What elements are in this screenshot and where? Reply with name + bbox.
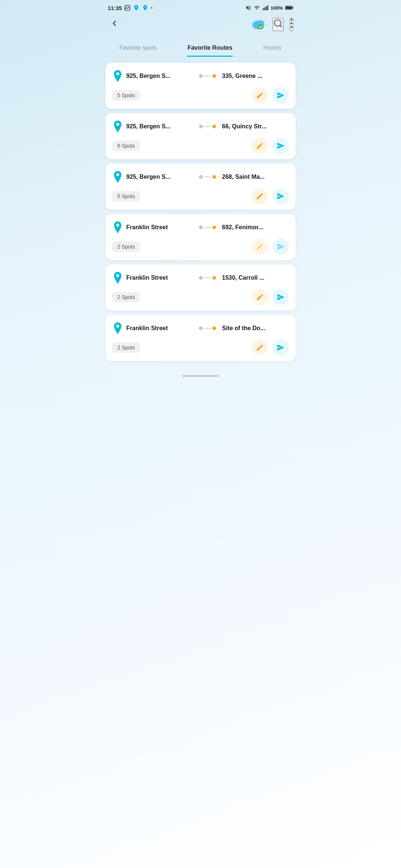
- route-from-label: Franklin Street: [126, 325, 193, 332]
- svg-point-20: [116, 173, 119, 176]
- dot-end: [212, 276, 216, 280]
- dot-start: [199, 175, 203, 179]
- edit-button[interactable]: [252, 339, 268, 356]
- cloud-sync-icon[interactable]: [250, 16, 267, 33]
- route-card: Franklin Street 1530, Carroll ... 2 Spot…: [105, 264, 296, 310]
- edit-button[interactable]: [252, 87, 268, 103]
- edit-button[interactable]: [252, 239, 268, 255]
- dot-line: [204, 177, 211, 177]
- route-card: 925, Bergen S... 66, Quincy Str... 8 Spo…: [105, 113, 296, 159]
- route-to-label: 335, Greene ...: [222, 73, 289, 79]
- route-footer: 2 Spots: [112, 239, 289, 255]
- dot-start: [199, 276, 203, 280]
- dot-end: [212, 74, 216, 78]
- search-button[interactable]: [273, 18, 284, 31]
- spots-badge: 2 Spots: [112, 241, 140, 252]
- status-right: 100%: [245, 5, 293, 11]
- route-from-label: 925, Bergen S...: [126, 73, 193, 79]
- send-button[interactable]: [273, 87, 289, 103]
- battery-icon: [285, 5, 293, 10]
- send-button[interactable]: [273, 289, 289, 305]
- edit-button[interactable]: [252, 289, 268, 305]
- dot-end: [212, 125, 216, 128]
- route-pin-icon: [112, 69, 123, 83]
- dot-start: [199, 74, 203, 78]
- svg-point-1: [126, 6, 127, 7]
- route-to-label: 1530, Carroll ...: [222, 274, 289, 281]
- route-header: Franklin Street 1530, Carroll ...: [112, 271, 289, 285]
- svg-rect-4: [265, 6, 267, 10]
- location-pin-icon: [133, 4, 140, 11]
- spots-badge: 2 Spots: [112, 292, 140, 302]
- svg-rect-7: [286, 6, 292, 9]
- send-button[interactable]: [273, 138, 289, 154]
- route-to-label: 692, Fenimor...: [222, 224, 289, 231]
- svg-line-14: [280, 25, 282, 27]
- route-to-label: Site of the Do...: [222, 325, 289, 332]
- svg-rect-2: [263, 8, 264, 10]
- back-button[interactable]: [108, 17, 121, 32]
- route-pin-icon: [112, 120, 123, 133]
- dot-line: [204, 126, 211, 127]
- route-dots: [199, 226, 216, 229]
- route-from-label: Franklin Street: [126, 224, 193, 231]
- route-footer: 5 Spots: [112, 188, 289, 204]
- route-footer: 5 Spots: [112, 87, 289, 103]
- tabs-bar: Favorite spots Favorite Routes History: [100, 37, 301, 57]
- route-footer: 2 Spots: [112, 339, 289, 356]
- route-pin-icon: [112, 170, 123, 184]
- spots-badge: 8 Spots: [112, 141, 140, 151]
- dot-line: [204, 277, 211, 278]
- route-card: 925, Bergen S... 335, Greene ... 5 Spots: [105, 63, 296, 109]
- route-header: Franklin Street Site of the Do...: [112, 322, 289, 335]
- time-label: 11:35: [108, 5, 122, 11]
- signal-icon: [263, 5, 268, 11]
- svg-point-12: [258, 24, 264, 30]
- route-dots: [199, 276, 216, 280]
- route-actions: [252, 339, 289, 356]
- location-pin2-icon: [142, 4, 149, 11]
- svg-rect-3: [264, 7, 265, 10]
- spots-badge: 2 Spots: [112, 342, 140, 353]
- routes-list: 925, Bergen S... 335, Greene ... 5 Spots: [100, 63, 301, 365]
- svg-point-19: [116, 123, 119, 126]
- svg-point-23: [116, 325, 119, 328]
- route-from-label: Franklin Street: [126, 274, 193, 281]
- more-button[interactable]: [290, 18, 293, 31]
- route-header: 925, Bergen S... 268, Saint Ma...: [112, 170, 289, 184]
- tab-favorite-routes[interactable]: Favorite Routes: [182, 41, 238, 56]
- route-footer: 2 Spots: [112, 289, 289, 305]
- route-dots: [199, 74, 216, 78]
- route-actions: [252, 138, 289, 154]
- route-pin-icon: [112, 221, 123, 234]
- dot-start: [199, 226, 203, 229]
- route-pin-icon: [112, 271, 123, 285]
- svg-rect-5: [267, 5, 268, 10]
- spots-badge: 5 Spots: [112, 90, 140, 101]
- wifi-icon: [254, 5, 260, 11]
- route-from-label: 925, Bergen S...: [126, 174, 193, 180]
- route-to-label: 268, Saint Ma...: [222, 174, 289, 180]
- tab-history[interactable]: History: [257, 41, 288, 56]
- send-button[interactable]: [273, 339, 289, 356]
- route-header: Franklin Street 692, Fenimor...: [112, 221, 289, 234]
- route-dots: [199, 175, 216, 179]
- dot-line: [204, 328, 211, 329]
- edit-button[interactable]: [252, 188, 268, 204]
- tab-favorite-spots[interactable]: Favorite spots: [113, 41, 162, 56]
- route-to-label: 66, Quincy Str...: [222, 123, 289, 130]
- route-header: 925, Bergen S... 66, Quincy Str...: [112, 120, 289, 133]
- home-indicator: [182, 375, 219, 377]
- edit-button[interactable]: [252, 138, 268, 154]
- gallery-icon: [124, 4, 131, 11]
- route-card: Franklin Street Site of the Do... 2 Spot…: [105, 315, 296, 361]
- route-actions: [252, 289, 289, 305]
- route-footer: 8 Spots: [112, 138, 289, 154]
- route-dots: [199, 125, 216, 128]
- route-dots: [199, 326, 216, 330]
- bottom-bar: [100, 368, 301, 384]
- dot-end: [212, 326, 216, 330]
- send-button[interactable]: [273, 239, 289, 255]
- send-button[interactable]: [273, 188, 289, 204]
- route-actions: [252, 87, 289, 103]
